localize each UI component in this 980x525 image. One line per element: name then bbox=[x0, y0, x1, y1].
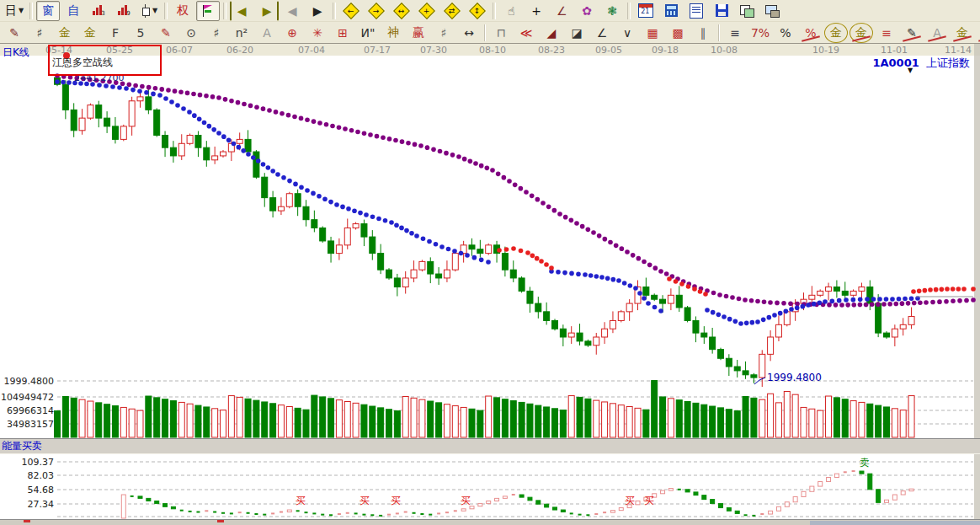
energy-axis-label: 27.34 bbox=[0, 499, 54, 510]
status-scrollbar[interactable] bbox=[0, 519, 980, 525]
sell-signal-label: 卖 bbox=[860, 457, 870, 469]
energy-axis-label: 82.03 bbox=[0, 470, 54, 481]
buy-signal-label: 买 bbox=[461, 495, 471, 506]
energy-axis-label: 109.37 bbox=[0, 457, 54, 468]
pane-label-kline: 日K线 bbox=[3, 46, 29, 60]
pane-label-energy: 能量买卖 bbox=[2, 439, 42, 453]
buy-signal-label: 买 bbox=[391, 495, 401, 506]
volume-axis-label: 34983157 bbox=[0, 419, 54, 430]
buy-signal-label: 买 bbox=[625, 495, 635, 506]
symbol-dropdown-icon[interactable]: ▼ bbox=[908, 67, 913, 74]
scrollbar-thumb[interactable] bbox=[810, 521, 980, 525]
volume-axis-label: 69966314 bbox=[0, 405, 54, 416]
price-axis-label: 1999.4800 bbox=[0, 376, 54, 387]
status-red-tick bbox=[217, 520, 224, 522]
buy-signal-label: 买 bbox=[296, 495, 306, 506]
annotation-box-label: 江恩多空战线 bbox=[52, 56, 113, 70]
status-red-tick bbox=[24, 520, 30, 522]
symbol-title[interactable]: 1A0001 上证指数 bbox=[872, 56, 970, 71]
pane-separator bbox=[0, 438, 980, 454]
energy-axis-label: 54.68 bbox=[0, 485, 54, 496]
volume-axis-label: 104949472 bbox=[0, 392, 54, 403]
low-price-annotation: 1999.4800 bbox=[767, 372, 822, 383]
buy-signal-label: 买 bbox=[360, 495, 370, 506]
symbol-name: 上证指数 bbox=[926, 56, 970, 69]
buy-signal-label: 买 bbox=[644, 495, 654, 506]
gann-analysis-app: 日▼窗自39▼权◀▶◀▶←→↔+⇄↕☝+∠✿❃21 ✎♯金金F5✎⊙♯n²A⊕✳… bbox=[0, 0, 980, 525]
